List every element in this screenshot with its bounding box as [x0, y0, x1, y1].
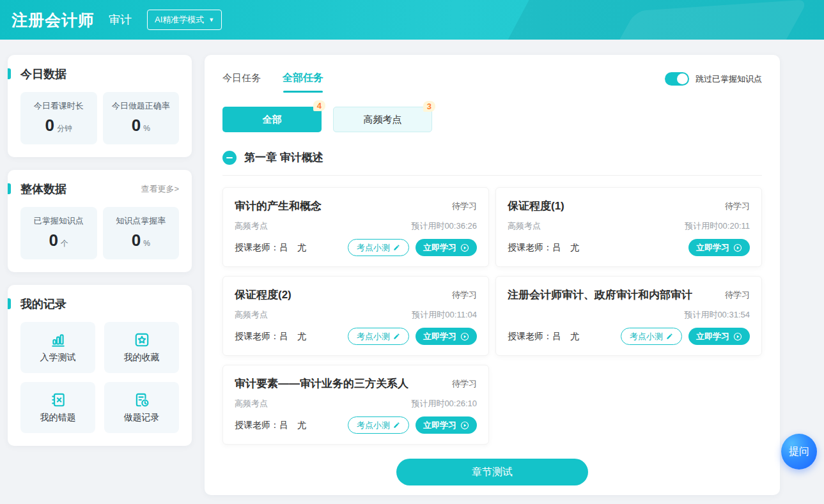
overall-data-card: 整体数据 查看更多> 已掌握知识点 0个 知识点掌握率 0% — [8, 170, 192, 272]
card-tag: 高频考点 — [235, 220, 268, 232]
skip-mastered-toggle[interactable] — [665, 72, 689, 86]
study-button[interactable]: 立即学习 — [416, 239, 477, 256]
play-icon — [733, 332, 742, 341]
card-tag: 高频考点 — [235, 309, 268, 321]
card-status: 待学习 — [452, 289, 477, 301]
today-watch-time-stat: 今日看课时长 0分钟 — [20, 92, 97, 144]
stat-unit: % — [143, 239, 150, 248]
card-duration: 预计用时00:31:54 — [684, 309, 750, 321]
card-status: 待学习 — [452, 378, 477, 390]
toggle-knob — [677, 73, 688, 84]
chapter-title: 第一章 审计概述 — [244, 150, 323, 165]
subject-label: 审计 — [109, 12, 132, 27]
study-button[interactable]: 立即学习 — [688, 239, 750, 256]
today-accuracy-stat: 今日做题正确率 0% — [103, 92, 180, 144]
tabs-row: 今日任务 全部任务 跳过已掌握知识点 — [222, 72, 762, 93]
quiz-button[interactable]: 考点小测 — [621, 328, 682, 345]
view-more-link[interactable]: 查看更多> — [141, 183, 179, 195]
bar-chart-icon — [50, 332, 66, 348]
card-teacher: 授课老师：吕 尤 — [235, 242, 306, 254]
stat-label: 已掌握知识点 — [24, 215, 93, 227]
card-title: 审计要素——审计业务的三方关系人 — [235, 376, 408, 391]
collapse-chapter-icon[interactable] — [222, 151, 237, 165]
answer-history-item[interactable]: 做题记录 — [104, 382, 179, 433]
study-button[interactable]: 立即学习 — [416, 416, 477, 434]
count-badge: 3 — [423, 101, 435, 112]
filters-row: 全部 4 高频考点 3 — [222, 107, 762, 132]
pencil-icon — [393, 422, 400, 429]
my-favorites-item[interactable]: 我的收藏 — [104, 322, 179, 373]
card-tag: 高频考点 — [508, 220, 541, 232]
card-tag: 高频考点 — [235, 398, 268, 409]
my-records-card: 我的记录 入学测试 我的收藏 — [8, 285, 192, 446]
study-button-label: 立即学习 — [696, 331, 729, 342]
chapter-test-button[interactable]: 章节测试 — [396, 459, 588, 485]
record-label: 入学测试 — [40, 352, 76, 363]
card-teacher: 授课老师：吕 尤 — [508, 242, 579, 254]
today-data-card: 今日数据 今日看课时长 0分钟 今日做题正确率 0% — [8, 55, 192, 157]
wrong-book-icon — [50, 392, 66, 408]
play-icon — [460, 243, 469, 252]
mode-select-label: AI精准学模式 — [155, 14, 204, 26]
stat-label: 今日看课时长 — [24, 100, 93, 112]
stat-value: 0分钟 — [24, 116, 93, 135]
card-title: 注册会计师审计、政府审计和内部审计 — [508, 287, 692, 302]
quiz-button[interactable]: 考点小测 — [348, 239, 409, 256]
record-clock-icon — [134, 392, 150, 408]
stat-unit: 个 — [61, 239, 68, 248]
today-data-title: 今日数据 — [20, 66, 66, 82]
quiz-button[interactable]: 考点小测 — [348, 328, 409, 345]
app-header: 注册会计师 审计 AI精准学模式 ▼ — [0, 0, 824, 40]
quiz-button-label: 考点小测 — [357, 331, 390, 342]
study-button[interactable]: 立即学习 — [688, 328, 750, 345]
card-duration: 预计用时00:20:11 — [685, 220, 750, 232]
ask-question-fab[interactable]: 提问 — [781, 434, 817, 470]
task-panel: 今日任务 全部任务 跳过已掌握知识点 全部 4 高频考点 3 — [205, 55, 780, 495]
record-label: 做题记录 — [124, 412, 160, 424]
quiz-button-label: 考点小测 — [630, 331, 663, 342]
record-label: 我的错题 — [40, 412, 76, 424]
card-title: 保证程度(2) — [235, 287, 292, 302]
entrance-test-item[interactable]: 入学测试 — [20, 322, 95, 373]
mastery-rate-stat: 知识点掌握率 0% — [103, 207, 180, 259]
stat-label: 知识点掌握率 — [107, 215, 176, 227]
knowledge-card: 审计要素——审计业务的三方关系人 待学习 高频考点 预计用时00:26:10 授… — [222, 365, 489, 445]
knowledge-card: 保证程度(1) 待学习 高频考点 预计用时00:20:11 授课老师：吕 尤 立… — [495, 187, 762, 267]
filter-label: 全部 — [263, 114, 282, 126]
card-teacher: 授课老师：吕 尤 — [235, 420, 306, 431]
play-icon — [460, 332, 469, 341]
mode-select[interactable]: AI精准学模式 ▼ — [147, 10, 222, 30]
record-label: 我的收藏 — [124, 352, 160, 363]
knowledge-card: 注册会计师审计、政府审计和内部审计 待学习 预计用时00:31:54 授课老师：… — [495, 276, 762, 356]
sidebar: 今日数据 今日看课时长 0分钟 今日做题正确率 0% 整体数据 查看更多> — [8, 55, 192, 495]
stat-value: 0% — [107, 116, 176, 135]
stat-unit: 分钟 — [57, 124, 72, 133]
knowledge-card: 审计的产生和概念 待学习 高频考点 预计用时00:36:26 授课老师：吕 尤 … — [222, 187, 489, 267]
stat-value: 0% — [107, 231, 176, 250]
card-status: 待学习 — [725, 201, 750, 212]
pencil-icon — [666, 333, 673, 340]
study-button-label: 立即学习 — [423, 331, 456, 342]
card-duration: 预计用时00:11:04 — [412, 309, 477, 321]
card-status: 待学习 — [452, 201, 477, 212]
quiz-button-label: 考点小测 — [357, 242, 390, 254]
study-button-label: 立即学习 — [696, 242, 729, 254]
tab-today-tasks[interactable]: 今日任务 — [222, 72, 261, 92]
page-body: 今日数据 今日看课时长 0分钟 今日做题正确率 0% 整体数据 查看更多> — [0, 40, 824, 495]
chapter-header: 第一章 审计概述 — [222, 150, 762, 176]
knowledge-card: 保证程度(2) 待学习 高频考点 预计用时00:11:04 授课老师：吕 尤 考… — [222, 276, 489, 356]
filter-label: 高频考点 — [364, 114, 402, 126]
star-icon — [134, 332, 150, 348]
filter-all-button[interactable]: 全部 4 — [222, 107, 322, 132]
card-teacher: 授课老师：吕 尤 — [235, 331, 306, 342]
tab-all-tasks[interactable]: 全部任务 — [283, 72, 323, 93]
quiz-button-label: 考点小测 — [357, 420, 390, 431]
study-button[interactable]: 立即学习 — [416, 328, 477, 345]
overall-data-title: 整体数据 — [20, 181, 66, 197]
card-title: 保证程度(1) — [508, 199, 564, 213]
filter-high-frequency-button[interactable]: 高频考点 3 — [333, 107, 432, 132]
play-icon — [460, 421, 469, 430]
quiz-button[interactable]: 考点小测 — [348, 416, 409, 434]
card-title: 审计的产生和概念 — [235, 199, 322, 213]
my-mistakes-item[interactable]: 我的错题 — [20, 382, 95, 433]
